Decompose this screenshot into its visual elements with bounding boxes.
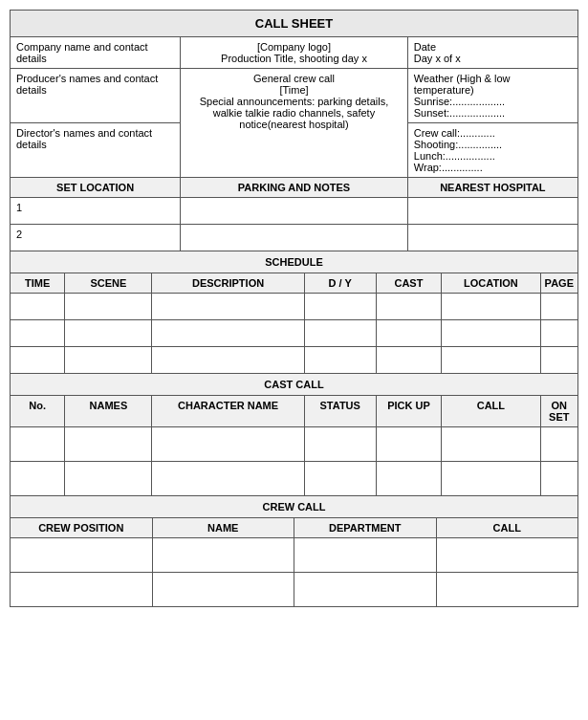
crew-row-2 — [11, 573, 578, 607]
crew-call-title: CREW CALL — [11, 496, 578, 518]
producer-row: Producer's names and contact details Gen… — [11, 69, 578, 123]
schedule-col-header: TIME SCENE DESCRIPTION D / Y CAST LOCATI… — [11, 273, 578, 294]
row1-num: 1 — [16, 202, 22, 213]
schedule-page-col: PAGE — [540, 273, 577, 294]
cast-call-title: CAST CALL — [11, 374, 578, 396]
parking-notes-col: PARKING AND NOTES — [181, 178, 408, 198]
cast-r2-pickup — [376, 462, 442, 496]
schedule-r2-location — [442, 320, 540, 347]
schedule-r2-dy — [304, 320, 376, 347]
schedule-r3-time — [11, 347, 65, 374]
crew-r2-dept — [294, 573, 437, 607]
crew-dept-col: DEPARTMENT — [294, 518, 437, 538]
schedule-r1-cast — [376, 294, 442, 320]
weather-label: Weather (High & low temperature) — [414, 73, 511, 96]
times-cell: Crew call:............ Shooting:........… — [407, 123, 577, 178]
crew-row-1 — [11, 538, 578, 573]
schedule-location-col: LOCATION — [442, 273, 540, 294]
schedule-r3-desc — [152, 347, 304, 374]
sunset-label: Sunset:................... — [414, 107, 505, 119]
set-location-row-2: 2 — [11, 225, 578, 251]
crew-r1-name — [152, 538, 294, 573]
schedule-section-header: SCHEDULE — [11, 251, 578, 273]
day-label: Day x of x — [414, 53, 461, 64]
crew-r1-dept — [294, 538, 437, 573]
schedule-dy-col: D / Y — [304, 273, 376, 294]
nearest-hospital-col: NEAREST HOSPITAL — [407, 178, 577, 198]
sheet-title: CALL SHEET — [11, 11, 578, 37]
schedule-cast-col: CAST — [376, 273, 442, 294]
crew-name-col: NAME — [152, 518, 294, 538]
cast-call-col: CALL — [442, 396, 540, 427]
cast-status-col: STATUS — [304, 396, 376, 427]
set-location-num-2: 2 — [11, 225, 181, 251]
schedule-title: SCHEDULE — [11, 251, 578, 273]
cast-names-col: NAMES — [65, 396, 152, 427]
crew-r1-position — [11, 538, 153, 573]
cast-r1-no — [11, 427, 65, 462]
general-crew: General crew call — [253, 73, 335, 84]
cast-r2-call — [442, 462, 540, 496]
announcements-cell: General crew call [Time] Special announc… — [181, 69, 408, 178]
schedule-r1-desc — [152, 294, 304, 320]
schedule-r2-desc — [152, 320, 304, 347]
schedule-scene-col: SCENE — [65, 273, 152, 294]
lunch-label: Lunch:................. — [414, 150, 495, 162]
schedule-time-col: TIME — [11, 273, 65, 294]
cast-no-col: No. — [11, 396, 65, 427]
cast-r1-onset — [540, 427, 577, 462]
schedule-r2-cast — [376, 320, 442, 347]
set-location-row-1: 1 — [11, 198, 578, 225]
set-location-header: SET LOCATION PARKING AND NOTES NEAREST H… — [11, 178, 578, 198]
production-info: [Company logo] Production Title, shootin… — [181, 37, 408, 69]
cast-r1-call — [442, 427, 540, 462]
row2-num: 2 — [16, 229, 22, 240]
cast-r2-no — [11, 462, 65, 496]
time-label: [Time] — [279, 84, 308, 96]
crew-r1-call — [436, 538, 578, 573]
schedule-row-2 — [11, 320, 578, 347]
cast-pickup-col: PICK UP — [376, 396, 442, 427]
set-location-hospital-2 — [407, 225, 577, 251]
crew-call-section-header: CREW CALL — [11, 496, 578, 518]
schedule-r1-dy — [304, 294, 376, 320]
cast-r2-onset — [540, 462, 577, 496]
crew-call-col: CALL — [436, 518, 578, 538]
crew-call-col-header: CREW POSITION NAME DEPARTMENT CALL — [11, 518, 578, 538]
crew-position-col: CREW POSITION — [11, 518, 153, 538]
crew-r2-call — [436, 573, 578, 607]
set-location-parking-2 — [181, 225, 408, 251]
cast-r2-status — [304, 462, 376, 496]
cast-row-2 — [11, 462, 578, 496]
schedule-row-3 — [11, 347, 578, 374]
weather-cell: Weather (High & low temperature) Sunrise… — [407, 69, 577, 123]
schedule-r3-dy — [304, 347, 376, 374]
wrap-label: Wrap:.............. — [414, 162, 483, 173]
sunrise-label: Sunrise:.................. — [414, 96, 505, 107]
cast-r1-pickup — [376, 427, 442, 462]
schedule-r3-location — [442, 347, 540, 374]
schedule-r3-cast — [376, 347, 442, 374]
cast-onset-col: ON SET — [540, 396, 577, 427]
crew-r2-position — [11, 573, 153, 607]
cast-row-1 — [11, 427, 578, 462]
cast-r2-name — [65, 462, 152, 496]
cast-r1-name — [65, 427, 152, 462]
schedule-desc-col: DESCRIPTION — [152, 273, 304, 294]
producer-details: Producer's names and contact details — [11, 69, 181, 123]
set-location-parking-1 — [181, 198, 408, 225]
crew-call-label: Crew call:............ — [414, 127, 495, 139]
set-location-num-1: 1 — [11, 198, 181, 225]
cast-r2-char — [152, 462, 304, 496]
shooting-label: Shooting:............... — [414, 139, 502, 150]
date-info: Date Day x of x — [407, 37, 577, 69]
director-details: Director's names and contact details — [11, 123, 181, 178]
company-row: Company name and contact details [Compan… — [11, 37, 578, 69]
schedule-r2-scene — [65, 320, 152, 347]
set-location-hospital-1 — [407, 198, 577, 225]
title-row: CALL SHEET — [11, 11, 578, 37]
schedule-r1-scene — [65, 294, 152, 320]
schedule-r1-time — [11, 294, 65, 320]
schedule-r2-page — [540, 320, 577, 347]
cast-char-col: CHARACTER NAME — [152, 396, 304, 427]
